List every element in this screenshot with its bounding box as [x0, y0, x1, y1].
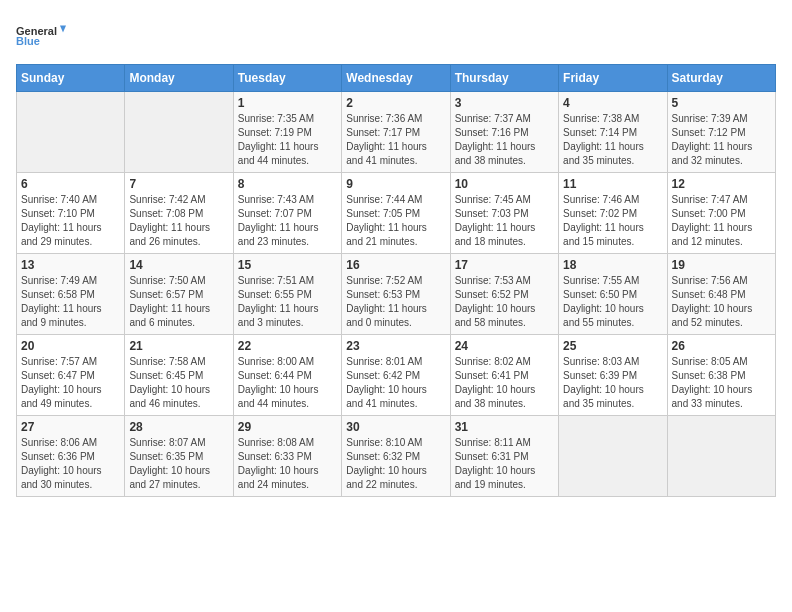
- calendar-header-row: SundayMondayTuesdayWednesdayThursdayFrid…: [17, 65, 776, 92]
- header-saturday: Saturday: [667, 65, 775, 92]
- day-number: 3: [455, 96, 554, 110]
- day-number: 31: [455, 420, 554, 434]
- day-number: 21: [129, 339, 228, 353]
- calendar-cell: 13Sunrise: 7:49 AMSunset: 6:58 PMDayligh…: [17, 254, 125, 335]
- day-info: Sunrise: 7:38 AMSunset: 7:14 PMDaylight:…: [563, 112, 662, 168]
- calendar-cell: 6Sunrise: 7:40 AMSunset: 7:10 PMDaylight…: [17, 173, 125, 254]
- header-tuesday: Tuesday: [233, 65, 341, 92]
- day-info: Sunrise: 7:57 AMSunset: 6:47 PMDaylight:…: [21, 355, 120, 411]
- day-info: Sunrise: 8:10 AMSunset: 6:32 PMDaylight:…: [346, 436, 445, 492]
- day-number: 17: [455, 258, 554, 272]
- day-number: 12: [672, 177, 771, 191]
- day-info: Sunrise: 7:46 AMSunset: 7:02 PMDaylight:…: [563, 193, 662, 249]
- day-info: Sunrise: 7:47 AMSunset: 7:00 PMDaylight:…: [672, 193, 771, 249]
- calendar-cell: 2Sunrise: 7:36 AMSunset: 7:17 PMDaylight…: [342, 92, 450, 173]
- calendar-cell: 19Sunrise: 7:56 AMSunset: 6:48 PMDayligh…: [667, 254, 775, 335]
- header-monday: Monday: [125, 65, 233, 92]
- day-number: 5: [672, 96, 771, 110]
- day-info: Sunrise: 8:07 AMSunset: 6:35 PMDaylight:…: [129, 436, 228, 492]
- day-info: Sunrise: 7:37 AMSunset: 7:16 PMDaylight:…: [455, 112, 554, 168]
- day-info: Sunrise: 7:50 AMSunset: 6:57 PMDaylight:…: [129, 274, 228, 330]
- day-number: 28: [129, 420, 228, 434]
- day-number: 19: [672, 258, 771, 272]
- calendar-cell: [17, 92, 125, 173]
- calendar-cell: 30Sunrise: 8:10 AMSunset: 6:32 PMDayligh…: [342, 416, 450, 497]
- day-number: 23: [346, 339, 445, 353]
- day-number: 9: [346, 177, 445, 191]
- day-number: 20: [21, 339, 120, 353]
- day-info: Sunrise: 8:03 AMSunset: 6:39 PMDaylight:…: [563, 355, 662, 411]
- day-info: Sunrise: 8:01 AMSunset: 6:42 PMDaylight:…: [346, 355, 445, 411]
- calendar-cell: 5Sunrise: 7:39 AMSunset: 7:12 PMDaylight…: [667, 92, 775, 173]
- day-number: 4: [563, 96, 662, 110]
- header-friday: Friday: [559, 65, 667, 92]
- header-thursday: Thursday: [450, 65, 558, 92]
- day-number: 30: [346, 420, 445, 434]
- calendar-cell: 17Sunrise: 7:53 AMSunset: 6:52 PMDayligh…: [450, 254, 558, 335]
- calendar-cell: 28Sunrise: 8:07 AMSunset: 6:35 PMDayligh…: [125, 416, 233, 497]
- day-number: 7: [129, 177, 228, 191]
- day-info: Sunrise: 7:43 AMSunset: 7:07 PMDaylight:…: [238, 193, 337, 249]
- day-info: Sunrise: 7:58 AMSunset: 6:45 PMDaylight:…: [129, 355, 228, 411]
- calendar-cell: 24Sunrise: 8:02 AMSunset: 6:41 PMDayligh…: [450, 335, 558, 416]
- day-info: Sunrise: 7:35 AMSunset: 7:19 PMDaylight:…: [238, 112, 337, 168]
- day-number: 24: [455, 339, 554, 353]
- calendar-cell: 27Sunrise: 8:06 AMSunset: 6:36 PMDayligh…: [17, 416, 125, 497]
- logo: General Blue: [16, 16, 66, 56]
- day-info: Sunrise: 8:05 AMSunset: 6:38 PMDaylight:…: [672, 355, 771, 411]
- calendar-cell: 10Sunrise: 7:45 AMSunset: 7:03 PMDayligh…: [450, 173, 558, 254]
- day-number: 10: [455, 177, 554, 191]
- day-info: Sunrise: 8:02 AMSunset: 6:41 PMDaylight:…: [455, 355, 554, 411]
- calendar-week-row: 1Sunrise: 7:35 AMSunset: 7:19 PMDaylight…: [17, 92, 776, 173]
- calendar-week-row: 27Sunrise: 8:06 AMSunset: 6:36 PMDayligh…: [17, 416, 776, 497]
- calendar-cell: 22Sunrise: 8:00 AMSunset: 6:44 PMDayligh…: [233, 335, 341, 416]
- day-info: Sunrise: 7:40 AMSunset: 7:10 PMDaylight:…: [21, 193, 120, 249]
- calendar-cell: [125, 92, 233, 173]
- calendar-cell: 29Sunrise: 8:08 AMSunset: 6:33 PMDayligh…: [233, 416, 341, 497]
- day-number: 26: [672, 339, 771, 353]
- day-number: 25: [563, 339, 662, 353]
- calendar-cell: 3Sunrise: 7:37 AMSunset: 7:16 PMDaylight…: [450, 92, 558, 173]
- day-number: 1: [238, 96, 337, 110]
- day-info: Sunrise: 7:49 AMSunset: 6:58 PMDaylight:…: [21, 274, 120, 330]
- day-info: Sunrise: 7:42 AMSunset: 7:08 PMDaylight:…: [129, 193, 228, 249]
- day-number: 13: [21, 258, 120, 272]
- header-sunday: Sunday: [17, 65, 125, 92]
- day-number: 18: [563, 258, 662, 272]
- day-number: 14: [129, 258, 228, 272]
- day-number: 29: [238, 420, 337, 434]
- day-info: Sunrise: 7:36 AMSunset: 7:17 PMDaylight:…: [346, 112, 445, 168]
- header-wednesday: Wednesday: [342, 65, 450, 92]
- day-number: 27: [21, 420, 120, 434]
- calendar-cell: [667, 416, 775, 497]
- svg-text:Blue: Blue: [16, 35, 40, 47]
- calendar-week-row: 13Sunrise: 7:49 AMSunset: 6:58 PMDayligh…: [17, 254, 776, 335]
- calendar-cell: 7Sunrise: 7:42 AMSunset: 7:08 PMDaylight…: [125, 173, 233, 254]
- calendar-cell: 31Sunrise: 8:11 AMSunset: 6:31 PMDayligh…: [450, 416, 558, 497]
- calendar-cell: 11Sunrise: 7:46 AMSunset: 7:02 PMDayligh…: [559, 173, 667, 254]
- calendar-week-row: 20Sunrise: 7:57 AMSunset: 6:47 PMDayligh…: [17, 335, 776, 416]
- day-info: Sunrise: 7:39 AMSunset: 7:12 PMDaylight:…: [672, 112, 771, 168]
- svg-marker-2: [60, 26, 66, 33]
- day-number: 8: [238, 177, 337, 191]
- day-number: 6: [21, 177, 120, 191]
- calendar-cell: 16Sunrise: 7:52 AMSunset: 6:53 PMDayligh…: [342, 254, 450, 335]
- day-info: Sunrise: 7:45 AMSunset: 7:03 PMDaylight:…: [455, 193, 554, 249]
- day-info: Sunrise: 7:55 AMSunset: 6:50 PMDaylight:…: [563, 274, 662, 330]
- day-info: Sunrise: 7:56 AMSunset: 6:48 PMDaylight:…: [672, 274, 771, 330]
- calendar-cell: 15Sunrise: 7:51 AMSunset: 6:55 PMDayligh…: [233, 254, 341, 335]
- page-header: General Blue: [16, 16, 776, 56]
- day-info: Sunrise: 8:00 AMSunset: 6:44 PMDaylight:…: [238, 355, 337, 411]
- calendar-cell: 20Sunrise: 7:57 AMSunset: 6:47 PMDayligh…: [17, 335, 125, 416]
- day-info: Sunrise: 8:06 AMSunset: 6:36 PMDaylight:…: [21, 436, 120, 492]
- calendar-cell: [559, 416, 667, 497]
- calendar-cell: 4Sunrise: 7:38 AMSunset: 7:14 PMDaylight…: [559, 92, 667, 173]
- logo-svg: General Blue: [16, 16, 66, 56]
- day-number: 15: [238, 258, 337, 272]
- day-info: Sunrise: 7:44 AMSunset: 7:05 PMDaylight:…: [346, 193, 445, 249]
- day-number: 11: [563, 177, 662, 191]
- day-number: 22: [238, 339, 337, 353]
- calendar-cell: 26Sunrise: 8:05 AMSunset: 6:38 PMDayligh…: [667, 335, 775, 416]
- calendar-cell: 9Sunrise: 7:44 AMSunset: 7:05 PMDaylight…: [342, 173, 450, 254]
- calendar-cell: 12Sunrise: 7:47 AMSunset: 7:00 PMDayligh…: [667, 173, 775, 254]
